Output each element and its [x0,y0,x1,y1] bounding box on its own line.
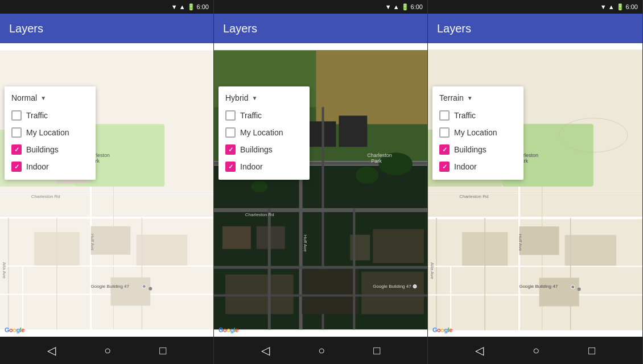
nav-bar-hybrid: ◁ ○ □ [214,337,427,364]
option-buildings-normal[interactable]: Buildings [5,141,96,158]
map-hybrid: Googleplex Charleston Park Charleston Rd… [214,43,427,337]
option-label-indoor-terrain: Indoor [454,162,477,171]
option-mylocation-hybrid[interactable]: My Location [219,124,310,141]
app-title-normal: Layers [9,22,43,35]
back-button-terrain[interactable]: ◁ [475,344,484,357]
option-label-traffic-normal: Traffic [26,111,48,120]
nav-bar-terrain: ◁ ○ □ [428,337,642,364]
back-button-normal[interactable]: ◁ [47,344,56,357]
app-title-hybrid: Layers [223,22,257,35]
panel-normal: ▼ ▲ 🔋 6:00 Layers [0,0,214,364]
dropdown-arrow-terrain: ▼ [467,95,473,101]
svg-point-72 [413,285,417,288]
checkbox-traffic-normal[interactable] [11,110,22,121]
back-button-hybrid[interactable]: ◁ [261,344,270,357]
option-label-indoor-normal: Indoor [26,162,49,171]
option-indoor-hybrid[interactable]: Indoor [219,158,310,175]
checkbox-indoor-terrain[interactable] [439,162,450,172]
battery-icon-terrain: 🔋 [616,3,624,11]
google-logo-hybrid: Google [219,326,238,333]
checkbox-buildings-terrain[interactable] [439,144,450,155]
status-icons: ▼ ▲ 🔋 6:00 [171,3,209,11]
svg-text:Google Building 47: Google Building 47 [519,284,558,289]
svg-rect-62 [214,295,427,297]
option-indoor-normal[interactable]: Indoor [5,158,96,175]
nav-bar-normal: ◁ ○ □ [0,337,213,364]
dropdown-panel-normal: Normal ▼ Traffic My Location Buildings I… [5,86,96,180]
status-bar-terrain: ▼ ▲ 🔋 6:00 [428,0,642,14]
time-display-terrain: 6:00 [626,3,638,10]
checkbox-indoor-normal[interactable] [11,162,22,172]
panel-terrain: ▼ ▲ 🔋 6:00 Layers [428,0,643,364]
svg-rect-22 [110,278,150,306]
battery-icon-hybrid: 🔋 [401,3,409,11]
checkbox-mylocation-normal[interactable] [11,127,22,138]
dropdown-arrow-normal: ▼ [40,95,46,101]
option-indoor-terrain[interactable]: Indoor [432,158,524,175]
svg-point-57 [251,181,268,192]
map-type-label-hybrid: Hybrid [225,93,248,102]
recent-button-normal[interactable]: □ [159,344,166,357]
svg-rect-17 [136,235,187,266]
app-bar-terrain: Layers [428,14,642,43]
option-buildings-hybrid[interactable]: Buildings [219,141,310,158]
svg-rect-16 [91,226,131,255]
option-traffic-terrain[interactable]: Traffic [432,107,524,124]
app-bar-normal: Layers [0,14,213,43]
svg-rect-61 [214,266,427,269]
home-button-hybrid[interactable]: ○ [318,344,325,357]
map-normal: Googleplex Charleston Park Charleston Rd… [0,43,213,337]
checkbox-mylocation-terrain[interactable] [439,127,450,138]
svg-text:Charleston Rd: Charleston Rd [459,194,488,199]
status-bar-normal: ▼ ▲ 🔋 6:00 [0,0,213,14]
map-type-row-normal[interactable]: Normal ▼ [5,91,96,107]
checkbox-mylocation-hybrid[interactable] [225,127,236,138]
recent-button-terrain[interactable]: □ [588,344,595,357]
svg-point-32 [142,285,146,288]
option-mylocation-terrain[interactable]: My Location [432,124,524,141]
option-mylocation-normal[interactable]: My Location [5,124,96,141]
home-button-normal[interactable]: ○ [104,344,111,357]
svg-text:Park: Park [371,158,382,164]
wifi-icon-terrain: ▼ [600,3,607,10]
status-icons-hybrid: ▼ ▲ 🔋 6:00 [385,3,423,11]
app-bar-hybrid: Layers [214,14,427,43]
svg-rect-36 [316,51,427,125]
option-label-buildings-terrain: Buildings [454,145,487,154]
signal-icon-terrain: ▲ [608,3,615,10]
option-label-indoor-hybrid: Indoor [240,162,263,171]
time-display: 6:00 [197,3,209,10]
checkbox-indoor-hybrid[interactable] [225,162,236,172]
home-button-terrain[interactable]: ○ [533,344,539,357]
map-type-row-hybrid[interactable]: Hybrid ▼ [219,91,310,107]
option-traffic-normal[interactable]: Traffic [5,107,96,124]
svg-text:Huff Ave: Huff Ave [518,234,523,251]
checkbox-buildings-normal[interactable] [11,144,22,155]
app-title-terrain: Layers [437,22,471,35]
dropdown-arrow-hybrid: ▼ [252,95,257,101]
status-bar-hybrid: ▼ ▲ 🔋 6:00 [214,0,427,14]
battery-icon: 🔋 [187,3,195,11]
svg-point-95 [578,287,581,291]
svg-rect-46 [339,115,367,147]
svg-text:Charleston: Charleston [367,152,391,158]
checkbox-traffic-terrain[interactable] [439,110,450,121]
svg-text:Charleston Rd: Charleston Rd [245,212,274,217]
svg-text:Huff Ave: Huff Ave [303,235,308,252]
svg-text:Google Building 47: Google Building 47 [91,284,130,289]
wifi-icon: ▼ [171,3,178,10]
option-buildings-terrain[interactable]: Buildings [432,141,524,158]
option-label-buildings-normal: Buildings [26,145,59,154]
checkbox-buildings-hybrid[interactable] [225,144,236,155]
option-traffic-hybrid[interactable]: Traffic [219,107,310,124]
svg-text:Alta Ave: Alta Ave [430,262,435,279]
map-type-label-normal: Normal [11,93,37,102]
status-icons-terrain: ▼ ▲ 🔋 6:00 [600,3,638,11]
checkbox-traffic-hybrid[interactable] [225,110,236,121]
svg-rect-63 [268,208,271,329]
map-type-row-terrain[interactable]: Terrain ▼ [432,91,524,107]
recent-button-hybrid[interactable]: □ [373,344,380,357]
map-type-label-terrain: Terrain [439,93,464,102]
option-label-mylocation-hybrid: My Location [240,128,283,137]
dropdown-panel-terrain: Terrain ▼ Traffic My Location Buildings … [432,86,524,180]
